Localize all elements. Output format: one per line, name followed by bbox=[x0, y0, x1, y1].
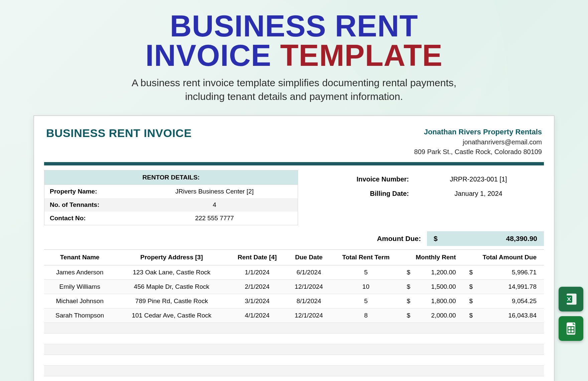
cell-total: 14,991.78 bbox=[475, 280, 544, 294]
cell-total-cur: $ bbox=[463, 308, 476, 323]
format-badges bbox=[559, 287, 583, 341]
billing-date-label: Billing Date: bbox=[306, 186, 413, 201]
google-sheets-icon[interactable] bbox=[559, 316, 583, 341]
title-line2a: INVOICE bbox=[145, 39, 271, 72]
cell-monthly: 1,200.00 bbox=[413, 265, 463, 280]
amount-due-currency: $ bbox=[427, 231, 464, 246]
cell-duedate: 8/1/2024 bbox=[287, 294, 331, 308]
col-monthly: Monthly Rent bbox=[401, 250, 463, 265]
amount-due-row: Amount Due: $ 48,390.90 bbox=[40, 225, 548, 249]
cell-total-cur: $ bbox=[463, 280, 476, 294]
cell-tenant: Emily Williams bbox=[44, 280, 115, 294]
cell-duedate: 12/1/2024 bbox=[287, 308, 331, 323]
title-line2b: TEMPLATE bbox=[280, 39, 442, 72]
cell-rentdate: 3/1/2024 bbox=[228, 294, 287, 308]
page-title: BUSINESS RENT INVOICE TEMPLATE bbox=[0, 11, 588, 70]
amount-due-label: Amount Due: bbox=[371, 231, 427, 246]
invoice-number-value: JRPR-2023-001 [1] bbox=[413, 172, 544, 186]
cell-duedate: 12/1/2024 bbox=[287, 280, 331, 294]
contact-label: Contact No: bbox=[44, 212, 131, 225]
table-row-empty bbox=[44, 323, 544, 334]
cell-tenant: Michael Johnson bbox=[44, 294, 115, 308]
property-name-value: JRivers Business Center [2] bbox=[131, 185, 298, 198]
divider bbox=[44, 162, 544, 165]
cell-monthly: 2,000.00 bbox=[413, 308, 463, 323]
rentor-header: RENTOR DETAILS: bbox=[44, 170, 298, 185]
invoice-sheet: BUSINESS RENT INVOICE Jonathan Rivers Pr… bbox=[33, 115, 555, 381]
cell-rentdate: 2/1/2024 bbox=[228, 280, 287, 294]
company-email: jonathanrivers@email.com bbox=[414, 137, 542, 147]
col-tenant: Tenant Name bbox=[44, 250, 115, 265]
cell-rentdate: 4/1/2024 bbox=[228, 308, 287, 323]
title-line1: BUSINESS RENT bbox=[170, 9, 418, 43]
invoice-meta: Invoice Number: JRPR-2023-001 [1] Billin… bbox=[306, 170, 544, 225]
cell-term: 5 bbox=[331, 265, 401, 280]
hero: BUSINESS RENT INVOICE TEMPLATE A busines… bbox=[0, 0, 588, 103]
cell-total-cur: $ bbox=[463, 294, 476, 308]
table-row-empty bbox=[44, 376, 544, 381]
invoice-number-label: Invoice Number: bbox=[306, 172, 413, 186]
cell-monthly: 1,500.00 bbox=[413, 280, 463, 294]
cell-total-cur: $ bbox=[463, 265, 476, 280]
cell-term: 5 bbox=[331, 294, 401, 308]
table-row: Michael Johnson789 Pine Rd, Castle Rock3… bbox=[44, 294, 544, 308]
invoice-title: BUSINESS RENT INVOICE bbox=[46, 127, 192, 140]
excel-icon[interactable] bbox=[559, 287, 583, 311]
amount-due-value: 48,390.90 bbox=[464, 231, 544, 246]
col-duedate: Due Date bbox=[287, 250, 331, 265]
svg-rect-1 bbox=[565, 295, 572, 303]
col-rentdate: Rent Date [4] bbox=[228, 250, 287, 265]
cell-monthly-cur: $ bbox=[401, 280, 413, 294]
cell-address: 456 Maple Dr, Castle Rock bbox=[115, 280, 228, 294]
contact-value: 222 555 7777 bbox=[131, 212, 298, 225]
billing-date-value: January 1, 2024 bbox=[413, 186, 544, 201]
cell-total: 9,054.25 bbox=[475, 294, 544, 308]
cell-tenant: Sarah Thompson bbox=[44, 308, 115, 323]
cell-monthly-cur: $ bbox=[401, 294, 413, 308]
cell-duedate: 6/1/2024 bbox=[287, 265, 331, 280]
table-row-empty bbox=[44, 344, 544, 355]
invoice-table: Tenant Name Property Address [3] Rent Da… bbox=[44, 249, 544, 381]
table-row-empty bbox=[44, 355, 544, 366]
property-name-label: Property Name: bbox=[44, 185, 131, 198]
table-row-empty bbox=[44, 334, 544, 344]
cell-rentdate: 1/1/2024 bbox=[228, 265, 287, 280]
cell-total: 16,043.84 bbox=[475, 308, 544, 323]
rentor-details: RENTOR DETAILS: Property Name: JRivers B… bbox=[44, 170, 298, 225]
cell-tenant: James Anderson bbox=[44, 265, 115, 280]
cell-term: 10 bbox=[331, 280, 401, 294]
cell-monthly-cur: $ bbox=[401, 308, 413, 323]
col-term: Total Rent Term bbox=[331, 250, 401, 265]
table-row: James Anderson123 Oak Lane, Castle Rock1… bbox=[44, 265, 544, 280]
subtitle: A business rent invoice template simplif… bbox=[0, 76, 588, 103]
company-name: Jonathan Rivers Property Rentals bbox=[414, 127, 542, 137]
tenants-label: No. of Tennants: bbox=[44, 198, 131, 212]
cell-monthly-cur: $ bbox=[401, 265, 413, 280]
cell-address: 789 Pine Rd, Castle Rock bbox=[115, 294, 228, 308]
cell-term: 8 bbox=[331, 308, 401, 323]
col-total: Total Amount Due bbox=[463, 250, 544, 265]
table-row: Sarah Thompson101 Cedar Ave, Castle Rock… bbox=[44, 308, 544, 323]
cell-monthly: 1,800.00 bbox=[413, 294, 463, 308]
cell-address: 123 Oak Lane, Castle Rock bbox=[115, 265, 228, 280]
company-block: Jonathan Rivers Property Rentals jonatha… bbox=[414, 127, 542, 157]
table-row: Emily Williams456 Maple Dr, Castle Rock2… bbox=[44, 280, 544, 294]
company-address: 809 Park St., Castle Rock, Colorado 8010… bbox=[414, 147, 542, 157]
cell-address: 101 Cedar Ave, Castle Rock bbox=[115, 308, 228, 323]
table-row-empty bbox=[44, 366, 544, 376]
table-header-row: Tenant Name Property Address [3] Rent Da… bbox=[44, 250, 544, 265]
cell-total: 5,996.71 bbox=[475, 265, 544, 280]
tenants-value: 4 bbox=[131, 198, 298, 212]
col-address: Property Address [3] bbox=[115, 250, 228, 265]
